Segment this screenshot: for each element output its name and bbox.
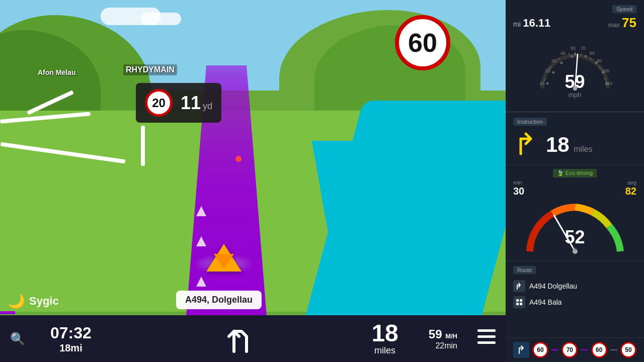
- eco-stats: min 30 avg 82: [513, 179, 636, 197]
- route-section: Route A494 Dolgellau: [506, 261, 644, 337]
- search-icon[interactable]: 🔍: [10, 332, 25, 346]
- speed-unit-label: mph: [565, 91, 585, 99]
- instruction-distance-group: 18 miles: [546, 133, 593, 157]
- svg-rect-35: [516, 299, 519, 302]
- speed-header: Speed: [513, 5, 636, 13]
- route-name-1: A494 Dolgellau: [529, 282, 577, 290]
- speed-current-display: 59 mph: [565, 73, 585, 99]
- svg-rect-2: [477, 341, 496, 344]
- instruction-unit-right: miles: [574, 145, 592, 153]
- vehicle-marker: [206, 244, 242, 272]
- route-icon-2: [513, 296, 525, 308]
- route-item-2: A494 Bala: [513, 294, 636, 310]
- speed-max-group: max 75: [608, 15, 636, 31]
- route-bottom-strip: 60 70 60 50: [506, 337, 644, 362]
- speed-top-row: mi 16.11 max 75: [513, 15, 636, 31]
- eco-min-group: min 30: [513, 179, 524, 197]
- eco-min-label: min: [513, 179, 524, 186]
- instruction-badge: Instruction: [513, 118, 547, 126]
- speed-max-label: max: [608, 22, 620, 29]
- eco-avg-group: avg 82: [625, 179, 636, 197]
- speed-mi-value: 16.11: [523, 17, 550, 29]
- eco-gauge: 52 %: [513, 201, 636, 256]
- label-afon-melau: Afon Melau: [38, 68, 75, 76]
- eco-number: 52: [565, 228, 585, 246]
- speed-mi-group: mi 16.11: [513, 17, 550, 30]
- svg-text:40: 40: [560, 51, 566, 56]
- eco-min-value: 30: [513, 186, 524, 197]
- svg-text:100: 100: [602, 68, 609, 73]
- route-badge: Route: [513, 266, 536, 274]
- eta-label: 22min: [435, 341, 457, 350]
- turn-icon-large: [513, 129, 541, 160]
- route-item-1: A494 Dolgellau: [513, 278, 636, 294]
- svg-point-13: [552, 71, 554, 74]
- eco-avg-label: avg: [625, 179, 636, 186]
- route-nav-icon: [513, 342, 529, 358]
- route-icon-1: [513, 280, 525, 292]
- miles-value: 18: [371, 321, 398, 345]
- speed-mi-label: mi: [513, 20, 521, 28]
- speed-sign-strip-70: 70: [561, 342, 578, 358]
- miles-label: miles: [374, 345, 395, 356]
- bottom-speed-value: 59 M/H: [429, 327, 457, 341]
- svg-rect-37: [516, 303, 519, 305]
- svg-text:20: 20: [545, 68, 550, 73]
- route-grid-icon: [515, 298, 523, 306]
- distance-label: 18mi: [59, 342, 83, 354]
- turn-left-icon: [224, 321, 254, 356]
- street-name-label: A494, Dolgellau: [176, 291, 262, 309]
- right-turn-icon: [513, 129, 541, 156]
- sygic-text: Sygic: [29, 295, 59, 308]
- nav-turn-container: [107, 321, 372, 356]
- arrow-3: [196, 277, 206, 287]
- speed-max-value: 75: [622, 15, 636, 30]
- svg-text:30: 30: [551, 58, 556, 63]
- current-time: 07:32: [50, 324, 92, 342]
- route-line-2: [581, 349, 588, 350]
- instruction-section: Instruction 18 miles: [506, 112, 644, 165]
- speed-sign-60: 60: [395, 15, 450, 70]
- eco-section: 🍃 Eco driving min 30 avg 82: [506, 165, 644, 261]
- route-arrows: [196, 206, 206, 287]
- eco-header: 🍃 Eco driving: [513, 169, 636, 177]
- svg-point-12: [546, 82, 548, 85]
- speed-badge: Speed: [612, 5, 636, 13]
- position-dot: [235, 156, 242, 162]
- vehicle-arrow: [206, 244, 242, 272]
- menu-icon[interactable]: [477, 329, 496, 348]
- svg-point-15: [571, 55, 573, 58]
- side-road-4: [141, 126, 145, 166]
- label-rhydymain: RHYDYMAIN: [123, 64, 177, 75]
- miles-section: 18 miles: [371, 321, 398, 356]
- instruction-speed-sign: 20: [145, 89, 173, 117]
- map-area[interactable]: Afon Melau RHYDYMAIN 60 20 11yd A494, Do…: [0, 0, 506, 362]
- svg-text:10: 10: [539, 81, 544, 86]
- app-container: Afon Melau RHYDYMAIN 60 20 11yd A494, Do…: [0, 0, 644, 362]
- route-line-1: [551, 349, 558, 350]
- eco-avg-value: 82: [625, 186, 636, 197]
- instruction-panel: 20 11yd: [136, 83, 221, 123]
- bottom-navigation-bar[interactable]: 🔍 07:32 18mi 18 miles 59 M/H 22min: [0, 315, 506, 362]
- nav-arrow-icon: [517, 345, 526, 354]
- svg-point-16: [574, 53, 576, 56]
- hamburger-icon[interactable]: [477, 329, 496, 344]
- sygic-logo: 🌙 Sygic: [8, 293, 59, 309]
- eco-badge: 🍃 Eco driving: [553, 169, 597, 177]
- speed-number: 59: [565, 73, 585, 91]
- time-section: 07:32 18mi: [50, 324, 92, 354]
- arrow-2: [196, 236, 206, 246]
- route-arrow-icon: [515, 282, 523, 290]
- instruction-distance-unit: yd: [203, 101, 212, 111]
- svg-rect-1: [477, 335, 496, 338]
- speedometer-container: 10 20 30 40 50 70 80 90 100 110 59 mph: [513, 33, 636, 104]
- speed-sign-60-circle: 60: [395, 15, 450, 70]
- svg-text:110: 110: [605, 81, 612, 86]
- instruction-distance-text: 11yd: [181, 93, 212, 114]
- speed-sign-strip-60-1: 60: [532, 342, 548, 358]
- svg-point-17: [584, 55, 587, 58]
- eco-gauge-center: 52 %: [565, 228, 585, 252]
- svg-point-14: [560, 62, 562, 64]
- svg-rect-36: [520, 299, 522, 302]
- speed-section: Speed mi 16.11 max 75: [506, 0, 644, 112]
